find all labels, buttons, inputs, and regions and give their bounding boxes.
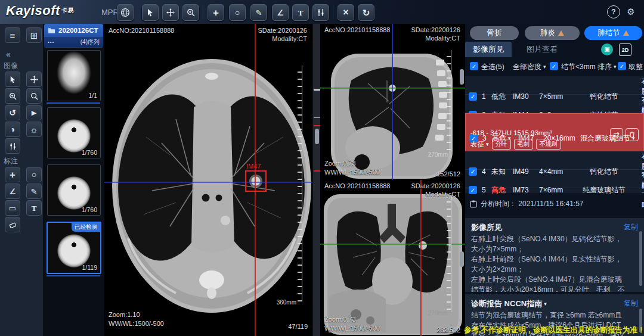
reset-view-button[interactable] <box>358 4 374 21</box>
mpr-icon[interactable] <box>117 4 134 21</box>
pan-icon <box>166 8 175 17</box>
findings-scrollbar[interactable] <box>639 231 642 286</box>
analysis-time-row: 分析时间： 2021/11/15 16:41:57 <box>470 199 584 209</box>
thumbnail-axial-2[interactable]: 1/760 <box>47 164 101 216</box>
crosshair-tool-button[interactable] <box>208 4 224 21</box>
settings-gear-icon[interactable] <box>625 5 637 17</box>
delete-annotation-button[interactable] <box>338 4 354 21</box>
sidebar-brightness-button[interactable] <box>26 122 42 137</box>
mpr-label: MPR <box>101 8 119 17</box>
coronal-crosshair-horizontal[interactable] <box>320 244 465 245</box>
axial-crosshair-horizontal[interactable] <box>104 182 312 183</box>
series-list-icon[interactable] <box>5 27 20 43</box>
annot-pencil-button[interactable] <box>26 183 42 199</box>
nodule-row-3-selected[interactable]: 3 高危 IM47 20×16mm 混合磨玻璃结节 左肺上叶 -618 - 34… <box>465 113 644 151</box>
sidebar-flip-button[interactable] <box>26 105 42 120</box>
collapse-sidebar-icon[interactable] <box>6 50 11 58</box>
feature-tag: 不规则 <box>536 139 561 150</box>
sagittal-scroll-handle[interactable] <box>460 69 464 85</box>
ai-result-panel: 骨折 肺炎 肺结节 影像所见 图片查看 2D 全选(5) 全部密度 结节<3mm… <box>465 24 644 336</box>
windowing-tool-button[interactable] <box>312 4 329 21</box>
nodule-size: 7×6mm <box>539 186 575 194</box>
round-label[interactable]: 取整 <box>628 62 643 72</box>
nodule-row-1[interactable]: 1 低危 IM30 7×5mm 钙化结节 右肺上叶 <box>465 76 644 95</box>
coronal-accno: AccNO:202101158888 <box>324 182 391 189</box>
annot-crosshair-button[interactable] <box>5 167 20 182</box>
row-checkbox[interactable] <box>469 186 477 194</box>
lung-nodule-mode-button[interactable]: 肺结节 <box>584 26 642 40</box>
axial-ct-image[interactable]: IM47 <box>104 24 312 336</box>
angle-tool-button[interactable] <box>272 4 289 21</box>
sidebar-rotate-button[interactable] <box>5 105 20 120</box>
scroll-tick-current <box>314 89 320 91</box>
axial-slice-scrollbar[interactable] <box>312 24 321 336</box>
capture-icon[interactable] <box>601 43 613 55</box>
annot-text-button[interactable] <box>26 200 42 216</box>
trash-icon[interactable] <box>626 128 639 141</box>
sidebar-invert-button[interactable] <box>5 122 20 137</box>
feature-dropdown[interactable]: 表征 <box>470 140 489 149</box>
density-dropdown[interactable]: 全部密度 <box>513 62 546 72</box>
sidebar-windowing-button[interactable] <box>5 138 20 154</box>
feature-tag: 毛刺 <box>514 139 533 150</box>
coronal-viewport[interactable]: AccNO:202101158888 SDate:20200126 Modali… <box>320 180 465 336</box>
relocate-icon[interactable] <box>610 128 623 141</box>
sidebar-zoom-in-button[interactable] <box>5 88 20 104</box>
report-title-dropdown[interactable]: 诊断报告 NCCN指南 <box>471 298 547 309</box>
annot-ellipse-button[interactable] <box>26 167 42 182</box>
more-dots-icon[interactable] <box>48 40 54 45</box>
ellipse-tool-button[interactable] <box>229 4 246 21</box>
cursor-tool-button[interactable] <box>142 4 159 21</box>
scroll-handle[interactable] <box>315 129 319 144</box>
mode-2d-button[interactable]: 2D <box>619 43 631 56</box>
zoom-in-tool-button[interactable] <box>182 4 199 21</box>
round-checkbox[interactable] <box>618 62 626 70</box>
tab-image-view[interactable]: 图片查看 <box>519 42 565 57</box>
sagittal-viewport[interactable]: AccNO:202101158888 SDate:20200126 Modali… <box>320 24 465 181</box>
small-nodule-label[interactable]: 结节<3mm <box>561 62 596 72</box>
axial-viewport[interactable]: IM47 AccNO:202101158888 SDate:20200126 M… <box>104 24 312 336</box>
series-separator <box>47 102 100 104</box>
nodule-row-4[interactable]: 4 未知 IM49 4×4mm 钙化结节 右肺下叶 <box>465 151 644 170</box>
small-nodule-checkbox[interactable] <box>550 62 558 70</box>
fracture-mode-button[interactable]: 骨折 <box>470 26 519 40</box>
warning-triangle-icon <box>558 30 564 36</box>
help-icon[interactable] <box>607 5 620 18</box>
toolbar-separator <box>333 5 333 19</box>
select-all-label[interactable]: 全选(5) <box>481 62 504 72</box>
nodule-row-2[interactable]: 2 未知 IM44 2×2mm 实性结节 右肺上叶 <box>465 95 644 113</box>
annot-angle-button[interactable] <box>5 183 20 199</box>
annot-rectangle-button[interactable] <box>5 200 20 216</box>
tab-findings[interactable]: 影像所见 <box>465 42 512 57</box>
nodule-row-5[interactable]: 5 高危 IM73 7×6mm 纯磨玻璃结节 右肺下叶 <box>465 170 644 188</box>
layout-icon[interactable] <box>26 27 42 43</box>
thumb-label: 1/119 <box>82 264 98 271</box>
sagittal-crosshair-vertical[interactable] <box>392 24 393 180</box>
thumbnail-axial-1[interactable]: 1/760 <box>47 107 101 158</box>
pan-icon <box>30 76 38 83</box>
thumbnail-axial-selected[interactable]: 已经检测 1/119 <box>47 222 101 274</box>
report-copy-link[interactable]: 复制 <box>624 298 638 309</box>
sagittal-ruler-label: 270mm <box>420 151 448 158</box>
axial-zoom-label: Zoom:1.10 <box>109 311 140 318</box>
select-all-checkbox[interactable] <box>470 62 478 70</box>
sidebar-pan-button[interactable] <box>26 71 42 87</box>
pan-tool-button[interactable] <box>162 4 179 21</box>
findings-copy-link[interactable]: 复制 <box>624 222 638 232</box>
pill-label: 肺结节 <box>597 28 620 38</box>
sidebar-magnify-button[interactable] <box>26 88 42 104</box>
study-tab[interactable]: 20200126CT (4)序列 <box>44 24 103 48</box>
axial-crosshair-vertical[interactable] <box>255 24 256 336</box>
zoom-in-icon <box>9 92 17 100</box>
sort-dropdown[interactable]: 排序 <box>597 62 617 72</box>
sliders-icon <box>317 8 325 17</box>
sidebar-cursor-button[interactable] <box>5 71 20 87</box>
coronal-scroll-handle[interactable] <box>460 251 464 267</box>
annot-eraser-button[interactable] <box>5 217 20 232</box>
ruler-tool-button[interactable] <box>250 4 267 21</box>
thumbnail-scout[interactable]: 1/1 <box>47 50 101 101</box>
pneumonia-mode-button[interactable]: 肺炎 <box>525 26 580 40</box>
text-tool-button[interactable] <box>292 4 309 21</box>
study-name: 20200126CT <box>58 27 98 34</box>
coronal-zoom-label: Zoom:0.73 <box>324 316 356 323</box>
